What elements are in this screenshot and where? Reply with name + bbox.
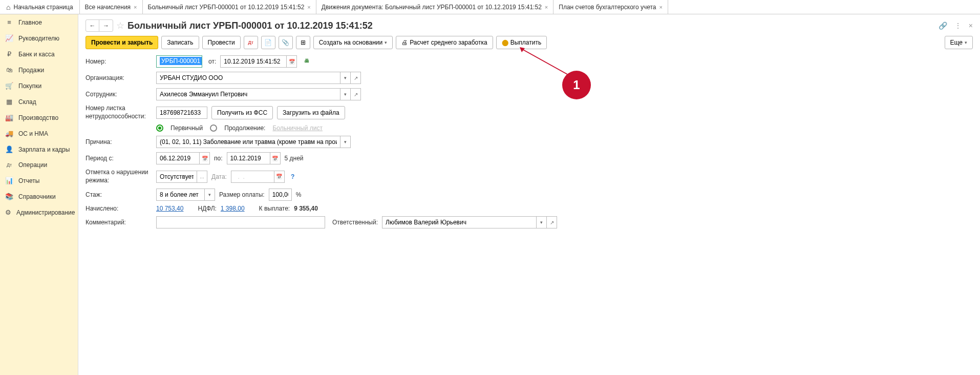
calendar-icon[interactable] (274, 171, 285, 183)
dropdown-icon[interactable] (340, 72, 351, 84)
coin-icon: ⬤ (502, 39, 508, 46)
chart-icon: 📈 (5, 34, 13, 42)
violation-date-input[interactable] (231, 171, 274, 183)
dtkt-icon: Дт (5, 162, 13, 168)
period-to-input[interactable] (227, 152, 270, 164)
dropdown-icon[interactable] (205, 189, 215, 201)
close-icon[interactable]: × (134, 4, 137, 10)
open-icon[interactable] (351, 72, 361, 84)
sidebar-label: Главное (18, 19, 42, 26)
post-and-close-button[interactable]: Провести и закрыть (86, 36, 158, 49)
report-icon: 📊 (5, 177, 13, 184)
sidebar-item-bank[interactable]: ₽Банк и касса (0, 46, 78, 62)
open-icon[interactable] (351, 88, 361, 100)
dropdown-icon[interactable] (340, 136, 351, 148)
gear-icon: ⚙ (5, 209, 11, 216)
number-input[interactable]: УРБП-000001 (156, 55, 202, 68)
cart-icon: 🛒 (5, 82, 13, 90)
sidebar-item-purchases[interactable]: 🛒Покупки (0, 78, 78, 94)
sidebar-item-main[interactable]: ≡Главное (0, 14, 78, 30)
sidebar-label: Производство (18, 114, 58, 121)
continuation-radio[interactable] (210, 124, 217, 132)
responsible-input[interactable] (382, 216, 537, 228)
ndfl-link[interactable]: 1 398,00 (221, 205, 245, 212)
sick-leave-disabled-link: Больничный лист (272, 124, 323, 132)
tab-item[interactable]: Движения документа: Больничный лист УРБП… (316, 0, 553, 14)
sidebar-item-reports[interactable]: 📊Отчеты (0, 173, 78, 189)
leaf-num-label: Номер листка нетрудоспособности: (86, 105, 152, 120)
sidebar-label: Склад (18, 98, 36, 106)
comment-label: Комментарий: (86, 219, 152, 226)
close-icon[interactable]: × (969, 22, 973, 30)
save-button[interactable]: Записать (161, 36, 199, 49)
nav-forward-button[interactable]: → (99, 20, 113, 31)
calendar-icon[interactable] (200, 152, 210, 164)
date-input[interactable] (220, 55, 287, 68)
tab-item[interactable]: Больничный лист УРБП-000001 от 10.12.201… (143, 0, 316, 14)
open-icon[interactable] (547, 216, 557, 228)
sidebar-item-production[interactable]: 🏭Производство (0, 110, 78, 126)
dots-icon[interactable] (197, 171, 207, 183)
dtkt-button[interactable]: Дт (244, 36, 258, 49)
tab-item[interactable]: Все начисления × (80, 0, 143, 14)
home-icon (6, 3, 10, 11)
link-icon[interactable]: 🔗 (939, 22, 947, 30)
emp-label: Сотрудник: (86, 91, 152, 98)
sidebar-item-admin[interactable]: ⚙Администрирование (0, 204, 78, 220)
pay-size-input[interactable] (269, 189, 292, 201)
create-based-button[interactable]: Создать на основании (313, 36, 393, 49)
responsible-label: Ответственный: (332, 219, 378, 226)
employee-input[interactable] (156, 88, 340, 100)
structure-button[interactable]: ⊞ (296, 36, 310, 49)
tab-home-label: Начальная страница (13, 4, 73, 11)
period-to-label: по: (214, 155, 223, 162)
help-icon[interactable]: ? (291, 173, 294, 180)
number-label: Номер: (86, 58, 152, 65)
calendar-icon[interactable] (270, 152, 281, 164)
sidebar-item-stock[interactable]: ▦Склад (0, 94, 78, 110)
tab-item[interactable]: План счетов бухгалтерского учета × (553, 0, 668, 14)
print-icon: 🖨 (401, 39, 408, 46)
document-icon-button[interactable]: 📄 (261, 36, 275, 49)
close-icon[interactable]: × (307, 4, 310, 10)
sidebar: ≡Главное 📈Руководителю ₽Банк и касса 🛍Пр… (0, 14, 78, 375)
person-icon: 👤 (5, 145, 13, 153)
sidebar-item-references[interactable]: 📚Справочники (0, 189, 78, 204)
nav-back-button[interactable]: ← (86, 20, 99, 31)
dropdown-icon[interactable] (340, 88, 351, 100)
period-from-input[interactable] (156, 152, 200, 164)
post-button[interactable]: Провести (202, 36, 241, 49)
load-from-file-button[interactable]: Загрузить из файла (277, 106, 345, 119)
calc-average-button[interactable]: 🖨Расчет среднего заработка (396, 36, 493, 49)
sidebar-item-assets[interactable]: 🚚ОС и НМА (0, 126, 78, 141)
sidebar-item-operations[interactable]: ДтОперации (0, 157, 78, 173)
print-small-icon[interactable]: 🖶 (304, 58, 312, 65)
favorite-icon[interactable]: ☆ (116, 20, 124, 31)
violation-input[interactable] (156, 171, 197, 183)
accrued-link[interactable]: 10 753,40 (156, 205, 183, 212)
period-from-label: Период с: (86, 155, 152, 162)
sidebar-label: Покупки (18, 82, 41, 90)
reason-input[interactable] (156, 136, 340, 148)
kebab-icon[interactable]: ⋮ (954, 22, 962, 30)
comment-input[interactable] (156, 216, 325, 228)
sidebar-item-sales[interactable]: 🛍Продажи (0, 62, 78, 78)
org-label: Организация: (86, 74, 152, 81)
more-button[interactable]: Еще (945, 36, 973, 49)
close-icon[interactable]: × (545, 4, 548, 10)
tab-home[interactable]: Начальная страница (0, 0, 80, 14)
svg-line-0 (521, 49, 567, 74)
dropdown-icon[interactable] (537, 216, 547, 228)
sidebar-label: Продажи (18, 67, 44, 74)
annotation-badge: 1 (562, 71, 591, 99)
calendar-icon[interactable] (287, 55, 297, 68)
attach-button[interactable]: 📎 (279, 36, 293, 49)
sidebar-item-payroll[interactable]: 👤Зарплата и кадры (0, 141, 78, 157)
org-input[interactable] (156, 72, 340, 84)
stage-input[interactable] (156, 189, 205, 201)
leaf-number-input[interactable] (156, 107, 207, 119)
primary-radio[interactable] (156, 124, 163, 132)
close-icon[interactable]: × (659, 4, 663, 10)
sidebar-item-manager[interactable]: 📈Руководителю (0, 30, 78, 46)
get-from-fss-button[interactable]: Получить из ФСС (211, 106, 273, 119)
